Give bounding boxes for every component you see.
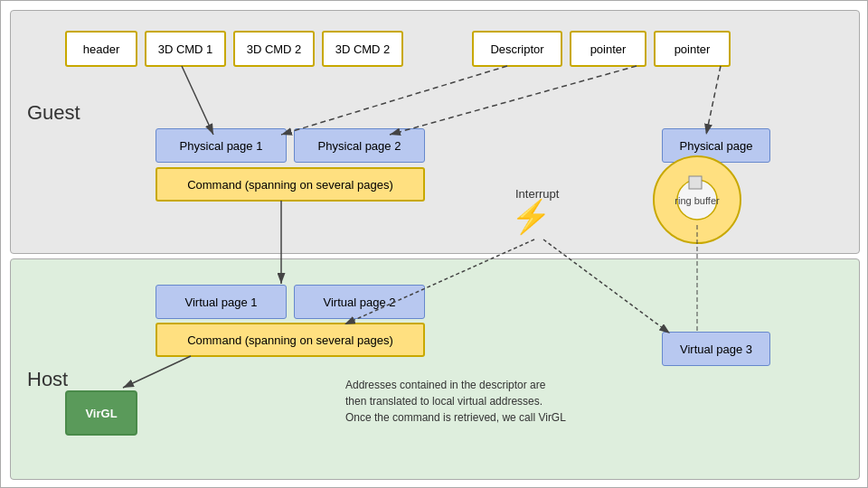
virtual-page3-box: Virtual page 3 <box>662 332 770 366</box>
ring-buffer-label: ring buffer <box>675 195 720 206</box>
pointer1-box: pointer <box>570 31 646 67</box>
host-area: Host Virtual page 1 Virtual page 2 Comma… <box>10 258 860 480</box>
physical-page1-box: Physical page 1 <box>156 128 287 163</box>
host-command-spanning: Command (spanning on several pages) <box>156 323 425 357</box>
host-label: Host <box>27 368 68 391</box>
physical-page2-box: Physical page 2 <box>294 128 425 163</box>
cmd3-box: 3D CMD 2 <box>322 31 403 67</box>
description-text: Addresses contained in the descriptor ar… <box>345 377 626 426</box>
guest-label: Guest <box>27 101 80 125</box>
main-container: Guest header 3D CMD 1 3D CMD 2 3D CMD 2 … <box>0 0 868 488</box>
cmd1-box: 3D CMD 1 <box>145 31 226 67</box>
lightning-icon: ⚡ <box>511 198 552 236</box>
pointer2-box: pointer <box>654 31 731 67</box>
header-box: header <box>65 31 137 67</box>
svg-rect-2 <box>689 176 702 189</box>
cmd2-box: 3D CMD 2 <box>233 31 315 67</box>
virgl-box: VirGL <box>65 390 137 436</box>
descriptor-box: Descriptor <box>472 31 562 67</box>
guest-command-spanning: Command (spanning on several pages) <box>156 167 425 202</box>
virtual-page1-box: Virtual page 1 <box>156 285 287 319</box>
virtual-page2-box: Virtual page 2 <box>294 285 425 319</box>
ring-buffer-svg: ring buffer <box>647 145 747 245</box>
